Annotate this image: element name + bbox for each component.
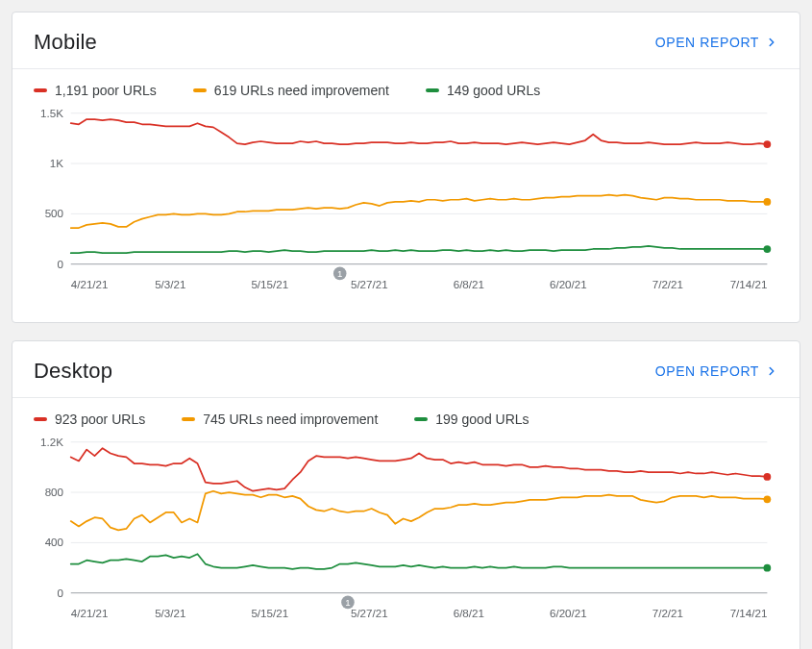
- svg-text:1.2K: 1.2K: [40, 436, 63, 448]
- svg-text:4/21/21: 4/21/21: [71, 607, 109, 619]
- legend-label-poor: 923 poor URLs: [55, 412, 145, 427]
- svg-text:0: 0: [58, 258, 63, 270]
- legend-label-need: 619 URLs need improvement: [214, 83, 389, 98]
- legend-item-good: 199 good URLs: [414, 412, 529, 427]
- svg-text:7/2/21: 7/2/21: [652, 607, 683, 619]
- svg-text:500: 500: [45, 207, 63, 219]
- svg-text:7/14/21: 7/14/21: [730, 278, 768, 290]
- legend-label-poor: 1,191 poor URLs: [55, 83, 157, 98]
- chart-container: 04008001.2K4/21/215/3/215/15/215/27/216/…: [12, 435, 800, 649]
- legend: 1,191 poor URLs 619 URLs need improvemen…: [12, 83, 800, 106]
- svg-text:6/8/21: 6/8/21: [454, 607, 484, 619]
- legend-item-need: 745 URLs need improvement: [182, 412, 378, 427]
- legend-swatch-poor: [34, 417, 47, 421]
- svg-text:400: 400: [45, 537, 63, 549]
- svg-text:6/8/21: 6/8/21: [454, 278, 484, 290]
- legend: 923 poor URLs 745 URLs need improvement …: [12, 412, 800, 435]
- svg-text:1.5K: 1.5K: [40, 107, 63, 119]
- legend-label-need: 745 URLs need improvement: [203, 412, 378, 427]
- legend-item-need: 619 URLs need improvement: [193, 83, 389, 98]
- svg-text:1: 1: [337, 268, 342, 279]
- panel-header: Mobile OPEN REPORT: [12, 12, 800, 68]
- svg-point-18: [764, 140, 772, 148]
- svg-text:5/15/21: 5/15/21: [251, 607, 288, 619]
- legend-swatch-good: [426, 88, 439, 92]
- svg-text:5/27/21: 5/27/21: [351, 278, 388, 290]
- legend-item-good: 149 good URLs: [426, 83, 540, 98]
- divider: [12, 68, 800, 69]
- panel-title: Desktop: [34, 359, 112, 384]
- divider: [12, 397, 800, 398]
- svg-text:1K: 1K: [50, 157, 63, 169]
- svg-text:7/2/21: 7/2/21: [652, 278, 683, 290]
- legend-label-good: 199 good URLs: [435, 412, 529, 427]
- svg-text:7/14/21: 7/14/21: [730, 607, 768, 619]
- chevron-right-icon: [765, 36, 778, 49]
- svg-text:5/3/21: 5/3/21: [155, 278, 185, 290]
- svg-point-40: [764, 496, 772, 504]
- open-report-label: OPEN REPORT: [655, 363, 759, 379]
- panel-mobile: Mobile OPEN REPORT 1,191 poor URLs 619 U…: [12, 12, 800, 323]
- line-chart-mobile: 05001K1.5K4/21/215/3/215/15/215/27/216/8…: [34, 106, 778, 301]
- line-chart-desktop: 04008001.2K4/21/215/3/215/15/215/27/216/…: [34, 435, 778, 630]
- legend-swatch-need: [193, 88, 207, 92]
- svg-text:6/20/21: 6/20/21: [550, 607, 587, 619]
- svg-text:6/20/21: 6/20/21: [550, 278, 587, 290]
- svg-point-39: [764, 474, 772, 482]
- open-report-button[interactable]: OPEN REPORT: [655, 35, 778, 50]
- svg-text:0: 0: [58, 587, 63, 599]
- svg-text:5/15/21: 5/15/21: [251, 278, 288, 290]
- panel-desktop: Desktop OPEN REPORT 923 poor URLs 745 UR…: [12, 340, 800, 649]
- chevron-right-icon: [765, 364, 778, 378]
- legend-item-poor: 1,191 poor URLs: [34, 83, 157, 98]
- svg-point-41: [764, 564, 772, 572]
- svg-point-19: [764, 198, 772, 206]
- svg-text:5/27/21: 5/27/21: [351, 607, 388, 619]
- open-report-button[interactable]: OPEN REPORT: [655, 363, 778, 379]
- legend-item-poor: 923 poor URLs: [34, 412, 145, 427]
- svg-text:4/21/21: 4/21/21: [71, 278, 109, 290]
- svg-text:1: 1: [345, 597, 350, 608]
- open-report-label: OPEN REPORT: [655, 35, 759, 50]
- legend-swatch-good: [414, 417, 428, 421]
- legend-swatch-need: [182, 417, 195, 421]
- svg-point-20: [764, 245, 772, 253]
- panel-title: Mobile: [34, 30, 97, 55]
- svg-text:5/3/21: 5/3/21: [155, 607, 185, 619]
- chart-container: 05001K1.5K4/21/215/3/215/15/215/27/216/8…: [12, 106, 800, 322]
- svg-text:800: 800: [45, 486, 63, 498]
- legend-swatch-poor: [34, 88, 47, 92]
- panel-header: Desktop OPEN REPORT: [12, 341, 800, 397]
- legend-label-good: 149 good URLs: [447, 83, 540, 98]
